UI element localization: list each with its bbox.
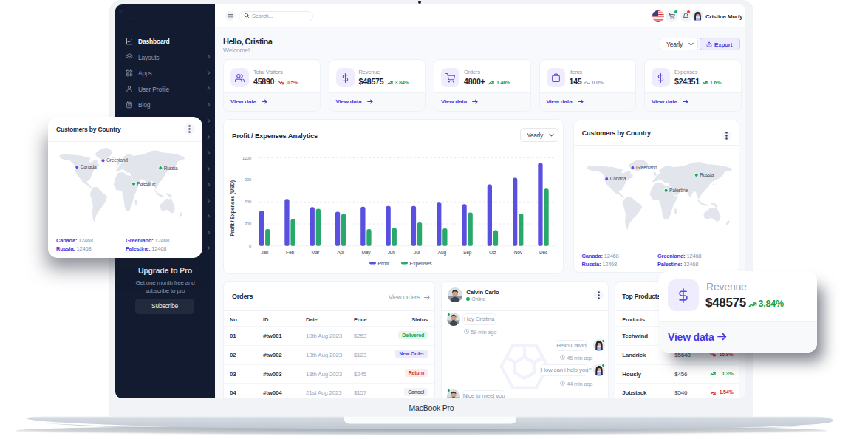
svg-text:Profit / Expenses (USD): Profit / Expenses (USD)	[229, 180, 236, 236]
svg-text:300: 300	[245, 222, 251, 226]
svg-text:1200: 1200	[242, 156, 251, 160]
svg-text:Feb: Feb	[286, 250, 294, 255]
svg-text:Jun: Jun	[388, 250, 396, 255]
svg-text:Greenland: Greenland	[106, 157, 128, 163]
svg-text:Dec: Dec	[539, 250, 548, 255]
svg-text:Mar: Mar	[311, 250, 320, 255]
svg-text:May: May	[361, 250, 371, 256]
svg-text:Greenland: Greenland	[636, 166, 657, 171]
svg-text:Sep: Sep	[463, 250, 472, 256]
svg-text:Jul: Jul	[414, 250, 420, 255]
svg-text:Aug: Aug	[438, 250, 447, 256]
svg-text:Jan: Jan	[261, 250, 269, 255]
svg-text:0: 0	[249, 244, 251, 248]
svg-text:600: 600	[245, 200, 251, 204]
svg-text:Russia: Russia	[700, 172, 714, 177]
svg-text:Expenses: Expenses	[410, 260, 433, 267]
svg-text:Canada: Canada	[610, 177, 626, 182]
svg-text:Canada: Canada	[81, 164, 97, 169]
svg-text:Profit: Profit	[378, 260, 390, 267]
svg-text:Nov: Nov	[514, 250, 523, 255]
svg-text:Oct: Oct	[489, 250, 496, 255]
svg-text:Palestine: Palestine	[137, 180, 157, 186]
svg-text:900: 900	[245, 178, 251, 183]
svg-text:Palestine: Palestine	[669, 188, 688, 193]
svg-text:Apr: Apr	[337, 250, 345, 256]
svg-text:Russia: Russia	[164, 165, 178, 170]
